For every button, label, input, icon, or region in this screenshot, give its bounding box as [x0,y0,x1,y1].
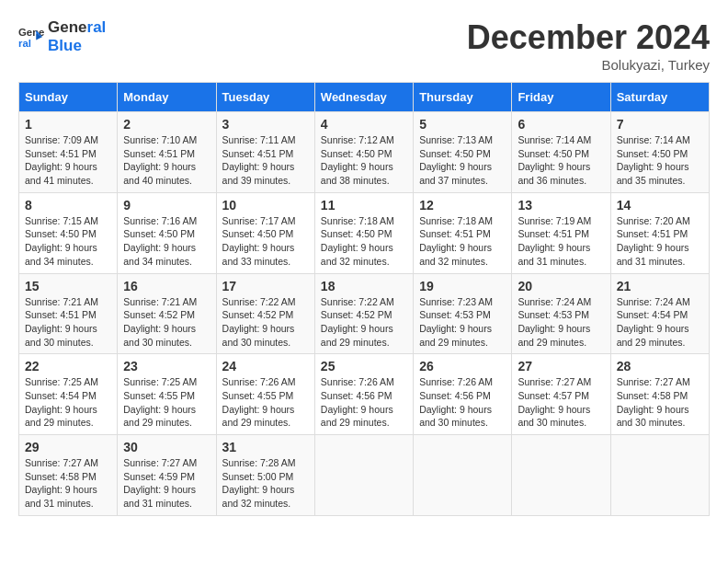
sunrise-label: Sunrise: [123,134,161,145]
table-row: 15 Sunrise: 7:21 AM Sunset: 4:51 PM Dayl… [19,273,118,354]
sunrise-label: Sunrise: [25,134,63,145]
day-number: 24 [222,359,309,373]
sunrise-label: Sunrise: [222,134,260,145]
sunset-time: 4:52 PM [356,309,392,320]
sunset-time: 5:00 PM [257,471,293,482]
sunset-time: 4:55 PM [257,390,293,401]
table-row: 23 Sunrise: 7:25 AM Sunset: 4:55 PM Dayl… [118,354,216,435]
sunset-label: Sunset: [518,390,553,401]
sunrise-time: 7:24 AM [654,296,690,307]
sunrise-time: 7:15 AM [63,215,98,226]
day-number: 22 [25,359,111,373]
daylight-label: Daylight: 9 hours and 30 minutes. [518,404,590,429]
location: Bolukyazi, Turkey [467,57,710,73]
table-row: 12 Sunrise: 7:18 AM Sunset: 4:51 PM Dayl… [414,192,512,273]
day-info: Sunrise: 7:20 AM Sunset: 4:51 PM Dayligh… [617,214,703,269]
sunrise-label: Sunrise: [617,215,654,226]
table-row: 6 Sunrise: 7:14 AM Sunset: 4:50 PM Dayli… [512,112,610,193]
daylight-label: Daylight: 9 hours and 30 minutes. [123,323,196,348]
sunset-time: 4:58 PM [652,390,688,401]
daylight-label: Daylight: 9 hours and 29 minutes. [25,404,97,429]
calendar-table: Sunday Monday Tuesday Wednesday Thursday… [18,82,710,516]
daylight-label: Daylight: 9 hours and 32 minutes. [321,242,393,267]
day-info: Sunrise: 7:27 AM Sunset: 4:58 PM Dayligh… [25,456,111,511]
col-wednesday: Wednesday [314,83,413,112]
month-title: December 2024 [467,18,710,57]
daylight-label: Daylight: 9 hours and 31 minutes. [123,484,196,509]
day-info: Sunrise: 7:17 AM Sunset: 4:50 PM Dayligh… [222,214,309,269]
calendar-header-row: Sunday Monday Tuesday Wednesday Thursday… [19,83,710,112]
table-row: 18 Sunrise: 7:22 AM Sunset: 4:52 PM Dayl… [314,273,413,354]
table-row: 25 Sunrise: 7:26 AM Sunset: 4:56 PM Dayl… [314,354,413,435]
table-row [512,435,610,516]
day-info: Sunrise: 7:10 AM Sunset: 4:51 PM Dayligh… [123,133,210,188]
sunrise-time: 7:12 AM [358,134,394,145]
daylight-label: Daylight: 9 hours and 40 minutes. [123,161,196,186]
sunrise-label: Sunrise: [25,376,63,387]
table-row: 24 Sunrise: 7:26 AM Sunset: 4:55 PM Dayl… [216,354,314,435]
sunrise-time: 7:27 AM [162,457,198,468]
sunrise-time: 7:25 AM [162,376,198,387]
sunset-time: 4:51 PM [61,309,97,320]
page-header: Gene ral General Blue December 2024 Bolu… [18,18,710,73]
sunrise-time: 7:16 AM [162,215,198,226]
sunrise-label: Sunrise: [321,296,358,307]
day-info: Sunrise: 7:13 AM Sunset: 4:50 PM Dayligh… [419,133,506,188]
table-row: 1 Sunrise: 7:09 AM Sunset: 4:51 PM Dayli… [19,112,118,193]
table-row: 13 Sunrise: 7:19 AM Sunset: 4:51 PM Dayl… [512,192,610,273]
day-info: Sunrise: 7:09 AM Sunset: 4:51 PM Dayligh… [25,133,111,188]
daylight-label: Daylight: 9 hours and 29 minutes. [617,323,689,348]
table-row: 14 Sunrise: 7:20 AM Sunset: 4:51 PM Dayl… [610,192,709,273]
sunset-time: 4:50 PM [455,148,491,159]
day-number: 26 [419,359,506,373]
sunset-label: Sunset: [419,228,455,239]
sunrise-time: 7:19 AM [556,215,592,226]
day-info: Sunrise: 7:21 AM Sunset: 4:52 PM Dayligh… [123,295,210,350]
sunrise-time: 7:26 AM [260,376,296,387]
sunset-label: Sunset: [419,309,455,320]
day-info: Sunrise: 7:27 AM Sunset: 4:59 PM Dayligh… [123,456,210,511]
day-number: 31 [222,440,309,454]
sunrise-time: 7:14 AM [556,134,592,145]
table-row: 31 Sunrise: 7:28 AM Sunset: 5:00 PM Dayl… [216,435,314,516]
table-row: 28 Sunrise: 7:27 AM Sunset: 4:58 PM Dayl… [610,354,709,435]
sunrise-time: 7:21 AM [63,296,98,307]
sunrise-time: 7:22 AM [358,296,394,307]
sunset-time: 4:54 PM [61,390,97,401]
sunset-time: 4:51 PM [257,148,293,159]
sunrise-label: Sunrise: [123,376,161,387]
daylight-label: Daylight: 9 hours and 29 minutes. [123,404,196,429]
sunset-label: Sunset: [222,228,258,239]
daylight-label: Daylight: 9 hours and 29 minutes. [419,323,492,348]
daylight-label: Daylight: 9 hours and 29 minutes. [518,323,590,348]
sunset-time: 4:53 PM [553,309,589,320]
sunset-label: Sunset: [25,228,61,239]
calendar-week-2: 15 Sunrise: 7:21 AM Sunset: 4:51 PM Dayl… [19,273,710,354]
sunset-time: 4:55 PM [159,390,195,401]
day-number: 8 [25,198,111,213]
sunrise-label: Sunrise: [25,215,63,226]
sunrise-time: 7:22 AM [260,296,296,307]
sunset-time: 4:50 PM [356,228,392,239]
sunset-label: Sunset: [518,228,553,239]
sunset-time: 4:52 PM [159,309,195,320]
sunrise-label: Sunrise: [617,296,654,307]
daylight-label: Daylight: 9 hours and 31 minutes. [25,484,97,509]
sunrise-label: Sunrise: [321,376,358,387]
sunrise-time: 7:26 AM [458,376,494,387]
sunset-time: 4:59 PM [159,471,195,482]
sunset-label: Sunset: [25,309,61,320]
day-number: 2 [123,117,210,132]
daylight-label: Daylight: 9 hours and 31 minutes. [518,242,590,267]
sunrise-label: Sunrise: [617,376,654,387]
col-saturday: Saturday [610,83,709,112]
day-info: Sunrise: 7:23 AM Sunset: 4:53 PM Dayligh… [419,295,506,350]
daylight-label: Daylight: 9 hours and 34 minutes. [25,242,97,267]
logo-text-line1: General [48,18,106,37]
sunset-time: 4:56 PM [356,390,392,401]
sunrise-time: 7:13 AM [458,134,494,145]
table-row: 5 Sunrise: 7:13 AM Sunset: 4:50 PM Dayli… [414,112,512,193]
table-row: 19 Sunrise: 7:23 AM Sunset: 4:53 PM Dayl… [414,273,512,354]
table-row: 17 Sunrise: 7:22 AM Sunset: 4:52 PM Dayl… [216,273,314,354]
day-number: 18 [321,279,407,293]
